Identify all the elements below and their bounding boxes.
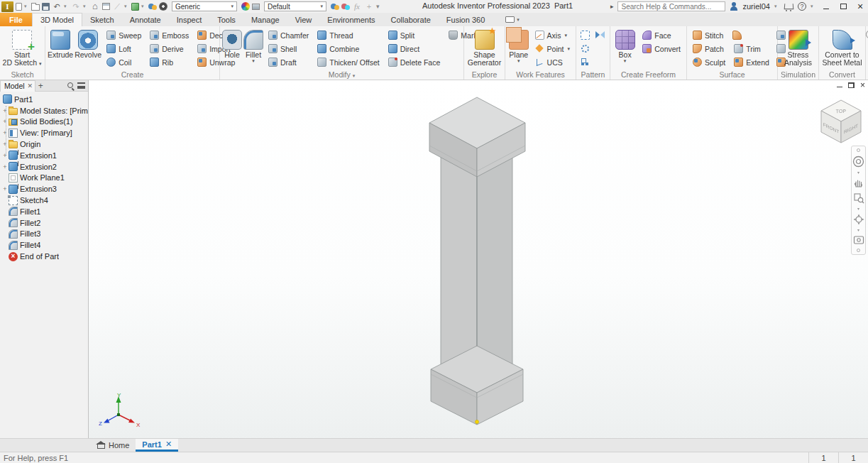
search-expand-icon[interactable]: ▸	[610, 3, 614, 10]
restore-button[interactable]	[837, 1, 850, 11]
group-label-work-features[interactable]: Work Features	[505, 70, 576, 79]
tree-item-end-of-part[interactable]: End of Part	[0, 251, 88, 262]
new-file-caret-icon[interactable]: ▾	[24, 4, 29, 9]
sketch-driven-pattern-button[interactable]	[578, 55, 592, 69]
tab-environments[interactable]: Environments	[319, 13, 383, 26]
origin-point[interactable]	[476, 420, 479, 424]
tab-view[interactable]: View	[287, 13, 320, 26]
navbar-caret-icon[interactable]: ▾	[857, 229, 859, 232]
tree-item-fillet4[interactable]: Fillet4	[0, 239, 88, 251]
undo-icon[interactable]: ↶	[52, 1, 62, 12]
group-label-create-freeform[interactable]: Create Freeform	[610, 70, 686, 79]
tab-manage[interactable]: Manage	[243, 13, 287, 26]
browser-menu-icon[interactable]	[77, 82, 85, 89]
tree-item-sketch4[interactable]: Sketch4	[0, 195, 88, 206]
tree-item-fillet3[interactable]: Fillet3	[0, 229, 88, 240]
expander-icon[interactable]	[1, 118, 9, 125]
fillet-button[interactable]: Fillet ▾	[243, 28, 263, 63]
group-label-surface[interactable]: Surface	[687, 70, 777, 79]
user-avatar-icon[interactable]	[730, 2, 738, 11]
start-2d-sketch-button[interactable]: Start2D Sketch ▾	[2, 28, 42, 67]
orbit-icon[interactable]	[853, 214, 864, 225]
redo-icon[interactable]: ↷	[71, 1, 81, 12]
combine-button[interactable]: Combine	[314, 42, 383, 55]
viewport-3d[interactable]: × TOP FRONT RIGHT ▾ ▾ ▾	[89, 80, 868, 438]
doc-close-icon[interactable]: ×	[860, 82, 865, 89]
look-at-icon[interactable]	[853, 235, 864, 245]
material-dropdown[interactable]: Generic▾	[172, 1, 237, 11]
delete-face-button[interactable]: Delete Face	[385, 55, 444, 69]
group-label-convert[interactable]: Convert	[819, 70, 865, 79]
axis-button[interactable]: Axis▾	[532, 28, 573, 42]
freeform-face-button[interactable]: Face	[639, 28, 684, 42]
doc-restore-icon[interactable]	[848, 82, 855, 88]
sweep-button[interactable]: Sweep	[103, 28, 145, 42]
tree-item-solid-bodies[interactable]: Solid Bodies(1)	[0, 116, 88, 128]
help-caret-icon[interactable]: ▾	[811, 4, 815, 9]
plane-button[interactable]: Plane ▾	[507, 28, 530, 63]
navbar-caret-icon[interactable]: ▾	[857, 171, 859, 174]
expander-icon[interactable]	[1, 163, 9, 170]
tree-item-fillet1[interactable]: Fillet1	[0, 206, 88, 217]
group-label-create[interactable]: Create	[45, 70, 219, 79]
tree-item-extrusion1[interactable]: Extrusion1	[0, 150, 88, 161]
patch-button[interactable]: Patch	[689, 42, 729, 55]
tab-fusion360[interactable]: Fusion 360	[439, 13, 493, 26]
user-caret-icon[interactable]: ▾	[774, 4, 779, 9]
part1-tab-close-icon[interactable]: ✕	[165, 440, 172, 449]
tree-item-extrusion3[interactable]: Extrusion3	[0, 183, 88, 195]
shell-button[interactable]: Shell	[265, 42, 312, 55]
browser-add-tab-button[interactable]: +	[35, 81, 45, 91]
navbar-caret-icon[interactable]: ▾	[857, 207, 859, 210]
tab-file[interactable]: File	[0, 13, 32, 26]
group-label-simulation[interactable]: Simulation	[778, 70, 818, 79]
convert-to-sheet-metal-button[interactable]: Convert toSheet Metal	[821, 28, 863, 67]
appearance-dropdown[interactable]: Default▾	[264, 1, 326, 11]
tree-item-origin[interactable]: Origin	[0, 138, 88, 150]
tab-sketch[interactable]: Sketch	[82, 13, 122, 26]
emboss-button[interactable]: Emboss	[146, 28, 192, 42]
trim-button[interactable]: Trim	[730, 42, 773, 55]
stitch-button[interactable]: Stitch	[689, 28, 729, 42]
measure-icon[interactable]: ⟋	[112, 1, 122, 12]
material-cube-icon[interactable]	[131, 3, 139, 11]
tab-tools[interactable]: Tools	[209, 13, 243, 26]
adjust-appearance-icon[interactable]	[331, 3, 339, 11]
username[interactable]: zuriel04	[742, 2, 770, 11]
save-icon[interactable]	[42, 3, 50, 11]
help-icon[interactable]: ?	[798, 2, 806, 11]
loft-button[interactable]: Loft	[103, 42, 145, 55]
tree-item-fillet2[interactable]: Fillet2	[0, 217, 88, 229]
undo-caret-icon[interactable]: ▾	[64, 4, 69, 9]
tab-3d-model[interactable]: 3D Model	[32, 13, 82, 26]
browser-search-icon[interactable]	[67, 82, 75, 89]
shape-generator-button[interactable]: ShapeGenerator	[466, 28, 502, 67]
group-label-explore[interactable]: Explore	[464, 70, 505, 79]
circular-pattern-button[interactable]	[578, 42, 592, 55]
close-button[interactable]: ×	[854, 1, 867, 11]
point-button[interactable]: Point▾	[532, 42, 573, 55]
derive-button[interactable]: Derive	[146, 42, 192, 55]
inventor-logo-icon[interactable]: I	[1, 1, 13, 12]
group-label-sketch[interactable]: Sketch	[0, 70, 45, 79]
revolve-button[interactable]: Revolve	[75, 28, 101, 59]
rib-button[interactable]: Rib	[146, 55, 192, 69]
doc-tab-home[interactable]: Home	[90, 439, 136, 452]
expander-icon[interactable]	[1, 107, 9, 114]
tree-item-work-plane1[interactable]: Work Plane1	[0, 173, 88, 184]
group-label-pattern[interactable]: Pattern	[576, 70, 610, 79]
doc-tab-part1[interactable]: Part1✕	[136, 439, 178, 452]
redo-caret-icon[interactable]: ▾	[83, 4, 88, 9]
open-file-icon[interactable]	[31, 4, 40, 11]
store-cart-icon[interactable]	[784, 3, 793, 11]
material-caret-icon[interactable]: ▾	[141, 4, 146, 9]
iproperties-icon[interactable]	[102, 3, 110, 10]
thicken-offset-button[interactable]: Thicken/ Offset	[314, 55, 383, 69]
expander-icon[interactable]	[1, 141, 9, 148]
tree-item-part1[interactable]: Part1	[0, 94, 88, 105]
draft-button[interactable]: Draft	[265, 55, 312, 69]
ruled-surface-button[interactable]	[730, 28, 773, 42]
doc-minimize-icon[interactable]	[837, 87, 842, 87]
tree-item-model-states[interactable]: Model States: [Primary]	[0, 105, 88, 116]
browser-tab-model[interactable]: Model✕	[0, 80, 35, 92]
